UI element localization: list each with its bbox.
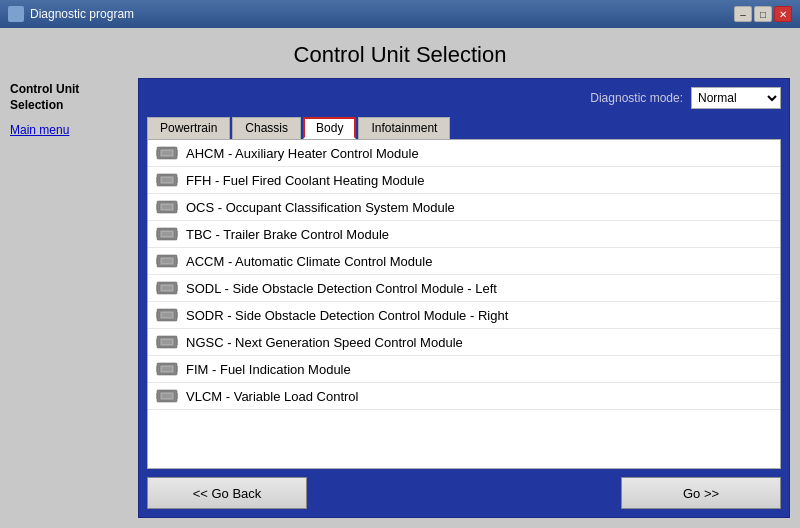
tabs-row: Powertrain Chassis Body Infotainment (147, 117, 781, 139)
list-item[interactable]: AHCM - Auxiliary Heater Control Module (148, 140, 780, 167)
svg-rect-38 (162, 259, 172, 263)
main-area: Control Unit Selection Main menu Diagnos… (0, 78, 800, 528)
tab-chassis[interactable]: Chassis (232, 117, 301, 139)
list-item-label: FFH - Fuel Fired Coolant Heating Module (186, 173, 424, 188)
list-item[interactable]: OCS - Occupant Classification System Mod… (148, 194, 780, 221)
svg-rect-11 (162, 178, 172, 182)
list-item-label: OCS - Occupant Classification System Mod… (186, 200, 455, 215)
ecu-icon (156, 253, 178, 269)
list-item-label: TBC - Trailer Brake Control Module (186, 227, 389, 242)
list-item-label: FIM - Fuel Indication Module (186, 362, 351, 377)
svg-rect-20 (162, 205, 172, 209)
list-item-label: SODL - Side Obstacle Detection Control M… (186, 281, 497, 296)
page-title: Control Unit Selection (0, 28, 800, 78)
go-button[interactable]: Go >> (621, 477, 781, 509)
ecu-icon (156, 145, 178, 161)
ecu-icon (156, 361, 178, 377)
module-list: AHCM - Auxiliary Heater Control Module F… (147, 139, 781, 469)
list-item[interactable]: FFH - Fuel Fired Coolant Heating Module (148, 167, 780, 194)
list-item[interactable]: SODL - Side Obstacle Detection Control M… (148, 275, 780, 302)
list-item-label: AHCM - Auxiliary Heater Control Module (186, 146, 419, 161)
tab-infotainment[interactable]: Infotainment (358, 117, 450, 139)
maximize-button[interactable]: □ (754, 6, 772, 22)
diagnostic-mode-label: Diagnostic mode: (590, 91, 683, 105)
list-item[interactable]: ACCM - Automatic Climate Control Module (148, 248, 780, 275)
list-item-label: SODR - Side Obstacle Detection Control M… (186, 308, 508, 323)
svg-rect-47 (162, 286, 172, 290)
bottom-buttons: << Go Back Go >> (147, 477, 781, 509)
list-item[interactable]: NGSC - Next Generation Speed Control Mod… (148, 329, 780, 356)
svg-rect-65 (162, 340, 172, 344)
svg-rect-29 (162, 232, 172, 236)
list-item[interactable]: FIM - Fuel Indication Module (148, 356, 780, 383)
right-panel: Diagnostic mode: Normal Extended Advance… (138, 78, 790, 518)
diagnostic-mode-select[interactable]: Normal Extended Advanced (691, 87, 781, 109)
svg-rect-74 (162, 367, 172, 371)
app-icon (8, 6, 24, 22)
ecu-icon (156, 307, 178, 323)
title-bar-left: Diagnostic program (8, 6, 134, 22)
list-item[interactable]: SODR - Side Obstacle Detection Control M… (148, 302, 780, 329)
list-item[interactable]: VLCM - Variable Load Control (148, 383, 780, 410)
close-button[interactable]: ✕ (774, 6, 792, 22)
ecu-icon (156, 388, 178, 404)
tab-body[interactable]: Body (303, 117, 356, 139)
list-item-label: ACCM - Automatic Climate Control Module (186, 254, 432, 269)
ecu-icon (156, 334, 178, 350)
list-item-label: VLCM - Variable Load Control (186, 389, 358, 404)
title-bar: Diagnostic program – □ ✕ (0, 0, 800, 28)
title-bar-controls: – □ ✕ (734, 6, 792, 22)
ecu-icon (156, 199, 178, 215)
ecu-icon (156, 280, 178, 296)
svg-rect-56 (162, 313, 172, 317)
go-back-button[interactable]: << Go Back (147, 477, 307, 509)
window-body: Control Unit Selection Control Unit Sele… (0, 28, 800, 528)
sidebar-main-menu[interactable]: Main menu (10, 123, 130, 137)
window-title: Diagnostic program (30, 7, 134, 21)
svg-rect-2 (162, 151, 172, 155)
list-item[interactable]: TBC - Trailer Brake Control Module (148, 221, 780, 248)
svg-rect-83 (162, 394, 172, 398)
sidebar: Control Unit Selection Main menu (10, 78, 130, 518)
tab-powertrain[interactable]: Powertrain (147, 117, 230, 139)
ecu-icon (156, 226, 178, 242)
minimize-button[interactable]: – (734, 6, 752, 22)
list-item-label: NGSC - Next Generation Speed Control Mod… (186, 335, 463, 350)
sidebar-selected: Control Unit Selection (10, 82, 130, 113)
diagnostic-mode-row: Diagnostic mode: Normal Extended Advance… (147, 87, 781, 109)
ecu-icon (156, 172, 178, 188)
